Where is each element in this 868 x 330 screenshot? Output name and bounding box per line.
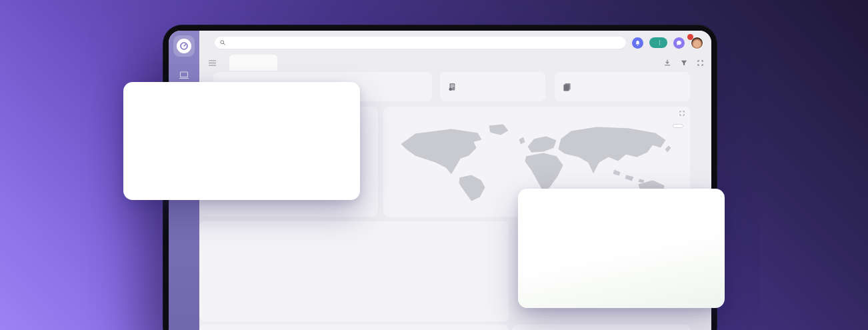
gauge-logo-icon	[177, 39, 191, 53]
sidebar-item-devices[interactable]	[179, 71, 189, 79]
contract-icon	[448, 83, 457, 91]
search-input[interactable]	[229, 40, 621, 46]
filter-icon[interactable]	[681, 60, 687, 66]
notifications-button[interactable]	[632, 37, 643, 49]
sidebar-item-dashboard[interactable]	[173, 35, 195, 57]
expired-warranty-chart	[154, 121, 346, 167]
panel-title	[383, 107, 690, 111]
bottom-panel-left	[199, 325, 509, 330]
search-bar	[215, 37, 626, 49]
panel-title	[199, 221, 509, 225]
download-icon[interactable]	[664, 59, 671, 66]
topbar	[199, 31, 711, 55]
bottom-panel-right	[512, 325, 690, 330]
purchase-month-chart	[535, 230, 713, 271]
bell-icon	[635, 40, 641, 46]
expand-icon[interactable]	[697, 60, 703, 66]
assistant-button[interactable]	[673, 37, 685, 49]
menu-icon[interactable]	[209, 60, 216, 66]
new-ci-button[interactable]	[649, 37, 667, 48]
user-menu[interactable]	[691, 37, 703, 49]
tab-ci-status[interactable]	[229, 55, 277, 71]
tabbar	[199, 55, 711, 71]
assets-by-status-chart	[225, 241, 499, 305]
assets-by-status-panel	[199, 221, 509, 321]
kpi-card-contracts[interactable]	[440, 72, 545, 101]
purchase-month-card	[518, 189, 725, 308]
assistant-icon	[676, 40, 682, 46]
applications-icon	[563, 83, 571, 91]
button-divider	[659, 40, 660, 45]
search-icon	[220, 40, 225, 45]
expand-icon[interactable]	[679, 111, 685, 116]
kpi-card-business-applications[interactable]	[555, 72, 690, 101]
notification-badge	[687, 34, 693, 40]
expired-warranty-card	[123, 82, 360, 200]
laptop-icon	[179, 71, 189, 79]
